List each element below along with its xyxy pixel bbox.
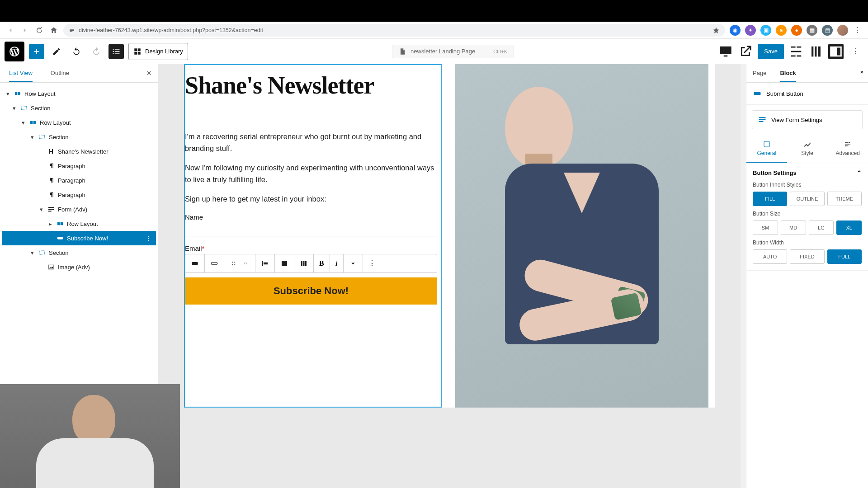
hero-image[interactable] — [455, 64, 708, 408]
inherit-theme[interactable]: THEME — [827, 192, 862, 206]
tree-chevron-icon[interactable]: ▾ — [5, 90, 11, 97]
canvas-scrollbar[interactable] — [741, 64, 746, 488]
page-heading[interactable]: Shane's Newsletter — [185, 71, 437, 99]
tool-move-controls[interactable] — [224, 254, 255, 272]
svg-point-23 — [845, 145, 847, 146]
tree-item[interactable]: ▾Section — [2, 245, 156, 260]
content-left-column[interactable]: Shane's Newsletter I'm a recovering seri… — [184, 64, 442, 408]
mode-general[interactable]: General — [746, 135, 787, 163]
view-page-icon[interactable] — [738, 44, 753, 59]
tree-chevron-icon[interactable]: ▾ — [38, 206, 44, 213]
bookmark-star-icon[interactable] — [712, 27, 720, 34]
tree-item[interactable]: ▾Form (Adv) — [2, 202, 156, 216]
edit-tool-icon[interactable] — [49, 44, 64, 59]
tree-chevron-icon[interactable]: ▾ — [11, 105, 17, 112]
tree-item[interactable]: Shane's Newsletter — [2, 144, 156, 159]
redo-button[interactable] — [89, 44, 104, 59]
tab-page[interactable]: Page — [753, 70, 766, 82]
tool-bold-icon[interactable]: B — [314, 254, 330, 272]
extension-icon[interactable]: ▣ — [760, 25, 771, 36]
subscribe-button[interactable]: Subscribe Now! — [185, 277, 437, 305]
editor-canvas[interactable]: Shane's Newsletter I'm a recovering seri… — [158, 64, 741, 488]
svg-point-18 — [232, 264, 233, 265]
close-sidebar-icon[interactable]: × — [860, 69, 863, 75]
desktop-preview-icon[interactable] — [718, 44, 733, 59]
paragraph-2[interactable]: Now I'm following my curiosity and exper… — [185, 162, 437, 185]
browser-menu-icon[interactable]: ⋮ — [853, 25, 863, 35]
tool-align-icon[interactable] — [255, 254, 275, 272]
extension-icon[interactable]: ✦ — [745, 25, 756, 36]
size-xl[interactable]: XL — [836, 221, 862, 235]
reload-icon[interactable] — [34, 25, 44, 35]
tree-block-icon — [47, 263, 55, 271]
tab-outline[interactable]: Outline — [51, 70, 69, 82]
name-input[interactable] — [185, 223, 437, 236]
tree-item[interactable]: ▸Row Layout — [2, 216, 156, 231]
paragraph-3[interactable]: Sign up here to get my latest in your in… — [185, 193, 437, 205]
tool-italic-icon[interactable]: I — [330, 254, 344, 272]
tree-label: Section — [49, 249, 68, 256]
tree-item[interactable]: Paragraph — [2, 173, 156, 188]
button-settings-header[interactable]: Button Settings ⌃ — [753, 169, 862, 176]
tree-item[interactable]: Paragraph — [2, 188, 156, 202]
email-label[interactable]: Email* — [185, 244, 437, 252]
size-md[interactable]: MD — [781, 221, 806, 235]
extension-icon[interactable]: ▦ — [807, 25, 817, 36]
page-settings-icon[interactable] — [808, 44, 824, 59]
profile-avatar[interactable] — [837, 25, 848, 36]
size-lg[interactable]: LG — [809, 221, 834, 235]
tree-chevron-icon[interactable]: ▾ — [29, 134, 35, 141]
url-bar[interactable]: divine-feather-76243.wp1.site/wp-admin/p… — [63, 24, 725, 37]
tree-item[interactable]: ▾Section — [2, 101, 156, 115]
tree-chevron-icon[interactable]: ▾ — [29, 249, 35, 256]
tree-item[interactable]: Image (Adv) — [2, 260, 156, 274]
mode-style[interactable]: Style — [787, 135, 828, 163]
tool-width-icon[interactable] — [294, 254, 314, 272]
width-fixed[interactable]: FIXED — [790, 249, 824, 264]
tree-chevron-icon[interactable]: ▾ — [20, 119, 26, 126]
extension-icon[interactable]: ● — [791, 25, 802, 36]
add-block-button[interactable] — [29, 44, 44, 59]
back-icon[interactable] — [5, 25, 15, 35]
tab-list-view[interactable]: List View — [9, 70, 33, 82]
tree-item[interactable]: ▾Row Layout — [2, 86, 156, 101]
tool-parent-icon[interactable] — [205, 254, 224, 272]
design-library-button[interactable]: Design Library — [128, 43, 188, 60]
extension-icon[interactable]: ◉ — [730, 25, 741, 36]
tree-item[interactable]: ▾Section — [2, 130, 156, 144]
size-sm[interactable]: SM — [753, 221, 778, 235]
inherit-fill[interactable]: FILL — [753, 192, 787, 206]
tool-image-icon[interactable] — [275, 254, 294, 272]
tool-block-type-icon[interactable] — [185, 254, 205, 272]
tree-item-options-icon[interactable]: ⋮ — [146, 235, 151, 242]
tool-chevron-down-icon[interactable] — [344, 254, 363, 272]
paragraph-1[interactable]: I'm a recovering serial entrepreneur who… — [185, 131, 437, 154]
wp-logo-icon[interactable] — [5, 42, 24, 61]
kadence-settings-icon[interactable] — [788, 44, 804, 59]
content-right-column[interactable] — [455, 64, 715, 408]
inherit-outline[interactable]: OUTLINE — [790, 192, 824, 206]
width-full[interactable]: FULL — [827, 249, 862, 264]
mode-advanced[interactable]: Advanced — [827, 135, 868, 163]
home-icon[interactable] — [49, 25, 59, 35]
block-type-label: Submit Button — [766, 90, 803, 97]
tree-item[interactable]: Paragraph — [2, 159, 156, 173]
document-title-button[interactable]: newsletter Landing Page Ctrl+K — [392, 45, 514, 58]
tool-more-icon[interactable]: ⋮ — [363, 254, 381, 272]
forward-icon[interactable] — [20, 25, 30, 35]
close-panel-icon[interactable]: × — [146, 69, 151, 78]
options-menu-icon[interactable]: ⋮ — [848, 44, 863, 59]
listview-button[interactable] — [108, 44, 124, 59]
sidebar-toggle-button[interactable] — [828, 44, 844, 59]
view-form-settings-button[interactable]: View Form Settings — [752, 110, 863, 129]
undo-button[interactable] — [69, 44, 84, 59]
tree-item[interactable]: ▾Row Layout — [2, 115, 156, 130]
name-label[interactable]: Name — [185, 213, 437, 221]
save-button[interactable]: Save — [758, 44, 784, 59]
extension-icon[interactable]: a — [776, 25, 787, 36]
width-auto[interactable]: AUTO — [753, 249, 787, 264]
tree-item[interactable]: Subscribe Now!⋮ — [2, 231, 156, 245]
tree-chevron-icon[interactable]: ▸ — [47, 221, 53, 227]
extension-icon[interactable]: ▤ — [822, 25, 833, 36]
tab-block[interactable]: Block — [780, 70, 796, 82]
